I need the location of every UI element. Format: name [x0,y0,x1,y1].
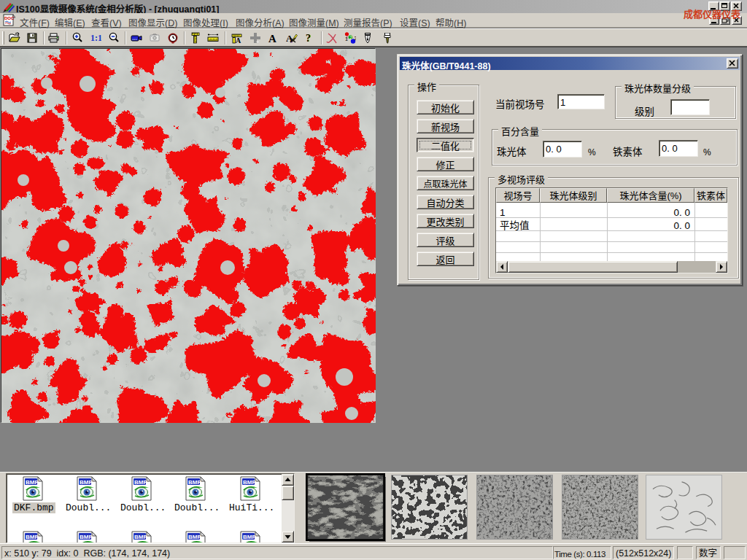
svg-text:BMP: BMP [188,479,201,486]
svg-text:2: 2 [349,35,352,40]
svg-text:A: A [236,36,241,44]
svg-text:BMP: BMP [188,534,201,540]
svg-text:BMP: BMP [80,534,93,540]
svg-text:BMP: BMP [26,534,39,540]
svg-text:BMP: BMP [243,479,256,486]
svg-text:1: 1 [345,36,348,42]
svg-text:BMP: BMP [243,534,256,540]
svg-text:BMP: BMP [134,534,147,540]
svg-text:3: 3 [355,36,357,41]
svg-text:BMP: BMP [80,479,93,486]
svg-text:?: ? [306,33,311,44]
svg-text:DOC: DOC [4,16,15,20]
svg-text:BMP: BMP [134,479,147,486]
svg-text:1:1: 1:1 [90,33,101,43]
svg-text:A: A [268,33,276,44]
svg-text:BMP: BMP [26,479,39,486]
